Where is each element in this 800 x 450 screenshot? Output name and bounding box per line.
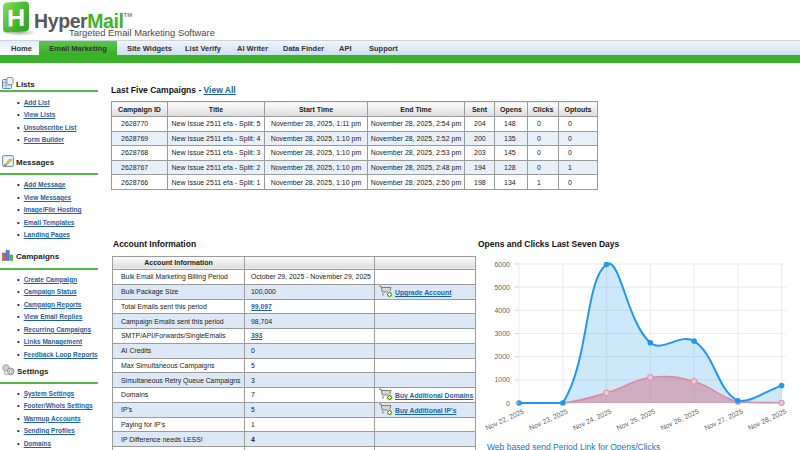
svg-text:5000: 5000 <box>494 284 510 291</box>
svg-text:Nov 27, 2025: Nov 27, 2025 <box>703 407 744 431</box>
svg-text:6000: 6000 <box>494 261 510 268</box>
svg-text:Nov 26, 2025: Nov 26, 2025 <box>659 407 700 431</box>
svg-text:Nov 24, 2025: Nov 24, 2025 <box>572 407 613 431</box>
svg-text:4000: 4000 <box>494 307 510 314</box>
svg-text:0: 0 <box>506 400 510 407</box>
svg-text:1000: 1000 <box>494 376 510 383</box>
svg-text:2000: 2000 <box>494 353 510 360</box>
svg-text:Nov 28, 2025: Nov 28, 2025 <box>747 407 788 431</box>
svg-text:Nov 23, 2025: Nov 23, 2025 <box>528 407 569 431</box>
svg-text:Nov 22, 2025: Nov 22, 2025 <box>484 407 525 431</box>
svg-text:3000: 3000 <box>494 330 510 337</box>
svg-text:Nov 25, 2025: Nov 25, 2025 <box>616 407 657 431</box>
